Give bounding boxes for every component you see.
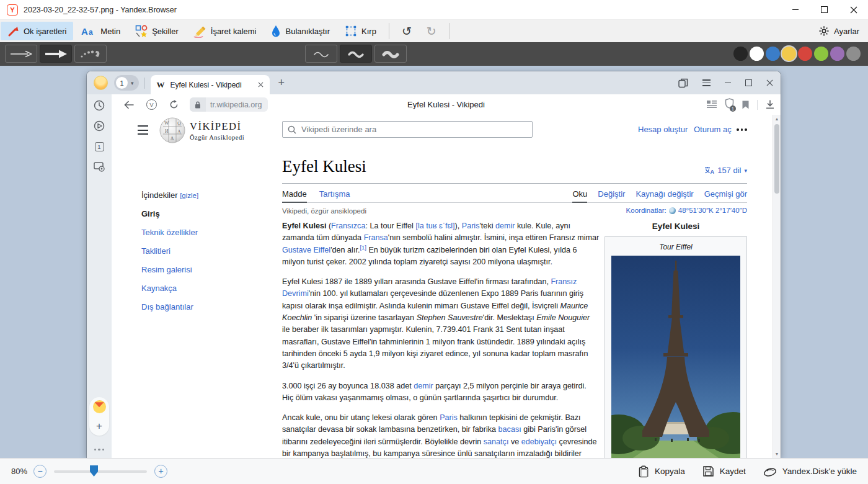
page-scrollbar[interactable]: ▲ ▼ — [773, 115, 781, 458]
refresh-button[interactable] — [169, 100, 179, 109]
wiki-link[interactable]: sanatçı — [484, 437, 509, 446]
wiki-link[interactable]: bacası — [498, 425, 521, 434]
wiki-link[interactable]: Paris — [462, 222, 480, 230]
stroke-width-medium-button[interactable] — [340, 45, 372, 63]
text-tool-button[interactable]: A a Metin — [74, 22, 127, 40]
back-button[interactable] — [124, 101, 134, 109]
color-green[interactable] — [814, 47, 828, 61]
wiki-link[interactable]: Gustave Eiffel — [282, 246, 330, 254]
address-bar[interactable]: tr.wikipedia.org — [190, 97, 268, 112]
eiffel-tower-photo[interactable] — [611, 256, 740, 458]
minimize-button[interactable] — [781, 0, 810, 19]
protect-shield-button[interactable]: 1 — [725, 98, 734, 111]
panels-icon[interactable] — [678, 78, 688, 88]
scrollbar-thumb[interactable] — [774, 124, 779, 194]
tab-close-icon[interactable] — [258, 82, 264, 87]
arrows-tool-button[interactable]: Ok işaretleri — [1, 22, 73, 40]
wikipedia-globe-logo[interactable]: WΩИAΔ — [159, 117, 186, 146]
toc-item[interactable]: Giriş — [141, 209, 198, 218]
color-yellow[interactable] — [782, 47, 796, 61]
wiki-link[interactable]: Fransa — [364, 233, 388, 242]
stroke-width-thick-button[interactable] — [374, 45, 407, 63]
toc-item[interactable]: Dış bağlantılar — [141, 302, 198, 311]
screenshot-tool-button[interactable] — [87, 158, 112, 176]
wiki-more-button[interactable] — [737, 128, 747, 131]
wiki-tab[interactable]: Geçmişi gör — [704, 189, 747, 202]
tabs-panel-button[interactable]: 1 — [87, 137, 112, 156]
wiki-tab[interactable]: Oku — [572, 189, 587, 203]
close-button[interactable] — [839, 0, 868, 19]
blur-tool-button[interactable]: Bulanıklaştır — [264, 22, 337, 40]
wikipedia-wordmark[interactable]: VİKİPEDİ Özgür Ansiklopedi — [190, 120, 244, 141]
arrow-style-thick-button[interactable] — [40, 45, 72, 63]
color-blue[interactable] — [766, 47, 780, 61]
browser-close-icon[interactable] — [766, 79, 773, 86]
browser-maximize-icon[interactable] — [745, 79, 752, 86]
browser-tab-active[interactable]: W Eyfel Kulesi - Vikipedi — [151, 75, 270, 94]
wiki-tab[interactable]: Değiştir — [598, 189, 625, 202]
toc-item[interactable]: Taklitleri — [141, 246, 198, 256]
sign-in-link[interactable]: Oturum aç — [694, 125, 732, 134]
crop-tool-button[interactable]: Kırp — [338, 22, 383, 40]
wiki-link[interactable]: demir — [414, 382, 433, 390]
history-button[interactable] — [87, 96, 112, 115]
wiki-link[interactable]: edebiyatçı — [521, 437, 557, 446]
wiki-tab[interactable]: Tartışma — [319, 189, 350, 202]
reference-link[interactable]: [1] — [360, 243, 366, 250]
create-account-link[interactable]: Hesap oluştur — [638, 125, 688, 134]
tab-group-pill[interactable]: 1 ▾ — [114, 75, 139, 91]
wiki-link[interactable]: Fransızca — [331, 222, 365, 230]
coordinates[interactable]: Koordinatlar: 48°51′30″K 2°17′40″D — [626, 207, 747, 214]
stroke-width-thin-button[interactable] — [305, 45, 337, 63]
color-gray[interactable] — [846, 47, 861, 61]
download-icon[interactable] — [766, 100, 774, 109]
color-red[interactable] — [798, 47, 812, 61]
search-input[interactable] — [300, 124, 532, 135]
browser-minimize-icon[interactable] — [725, 83, 731, 83]
sidebar-more-button[interactable] — [87, 449, 112, 451]
scroll-down-icon[interactable]: ▼ — [773, 452, 781, 456]
color-purple[interactable] — [830, 47, 844, 61]
wiki-tab[interactable]: Kaynağı değiştir — [636, 189, 693, 202]
reader-mode-icon[interactable] — [707, 101, 717, 109]
bookmark-icon[interactable] — [742, 101, 749, 109]
toc-item[interactable]: Kaynakça — [141, 284, 198, 293]
new-tab-button[interactable]: + — [278, 76, 285, 89]
upload-disk-button[interactable]: Yandex.Disk'e yükle — [763, 466, 857, 477]
zoom-in-button[interactable]: + — [154, 465, 167, 478]
browser-menu-icon[interactable] — [702, 79, 711, 86]
scroll-up-icon[interactable]: ▲ — [773, 117, 781, 121]
media-button[interactable] — [87, 117, 112, 135]
wiki-tab[interactable]: Madde — [282, 189, 307, 203]
wiki-menu-icon[interactable] — [138, 125, 148, 135]
copy-button[interactable]: Kopyala — [638, 465, 685, 478]
marker-tool-button[interactable]: İşaret kalemi — [187, 22, 264, 40]
lock-icon[interactable] — [190, 97, 206, 112]
undo-button[interactable]: ↺ — [395, 22, 418, 40]
editor-canvas[interactable]: 1 ▾ W Eyfel Kulesi - Vikipedi + — [0, 66, 868, 458]
wiki-search-box[interactable] — [282, 121, 533, 138]
slider-thumb[interactable] — [90, 465, 98, 477]
language-selector[interactable]: A 157 dil ▾ — [704, 166, 747, 175]
toc-item[interactable]: Teknik özellikler — [141, 228, 198, 237]
color-white[interactable] — [750, 47, 764, 61]
toc-item[interactable]: Resim galerisi — [141, 265, 198, 274]
wiki-link[interactable]: demir — [495, 222, 515, 230]
profile-avatar[interactable] — [94, 76, 108, 90]
yandex-v-badge[interactable]: V — [146, 99, 157, 110]
wiki-link[interactable]: [la tuʁ ɛˈfɛl] — [415, 222, 454, 230]
yandex-service-icon[interactable] — [93, 400, 106, 413]
add-panel-button[interactable]: + — [96, 420, 102, 432]
shapes-tool-button[interactable]: Şekiller — [128, 22, 185, 40]
wiki-link[interactable]: Paris — [440, 413, 458, 422]
maximize-button[interactable] — [810, 0, 839, 19]
color-black[interactable] — [733, 47, 748, 61]
settings-button[interactable]: Ayarlar — [810, 25, 868, 37]
arrow-style-thin-button[interactable] — [5, 45, 37, 63]
save-button[interactable]: Kaydet — [702, 465, 746, 477]
slider-track[interactable] — [54, 470, 147, 473]
zoom-slider[interactable] — [54, 465, 147, 478]
arrow-style-dotted-button[interactable] — [74, 45, 107, 63]
redo-button[interactable]: ↻ — [420, 22, 443, 40]
toc-hide-link[interactable]: [gizle] — [180, 192, 198, 199]
